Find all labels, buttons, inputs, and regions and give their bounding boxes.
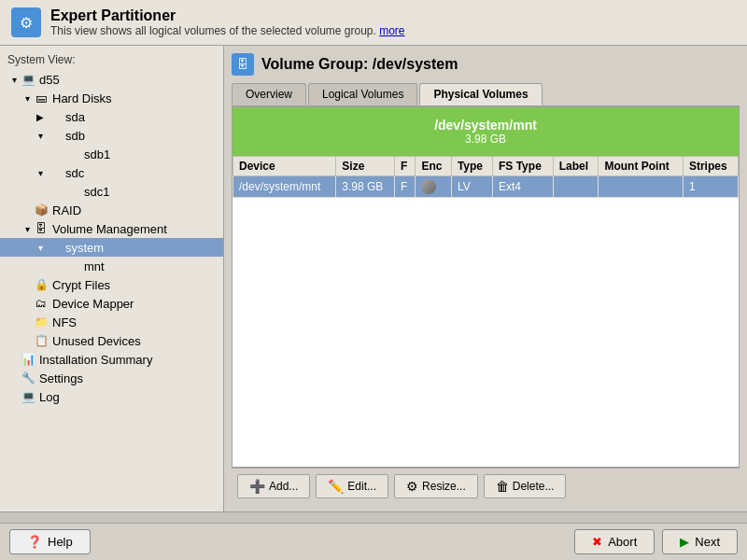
d55-label: d55: [39, 73, 60, 87]
sidebar-item-system[interactable]: ▾ system: [0, 238, 223, 257]
tab-logical-volumes[interactable]: Logical Volumes: [308, 83, 417, 105]
delete-button[interactable]: 🗑 Delete...: [484, 474, 567, 498]
tab-physical-volumes[interactable]: Physical Volumes: [419, 83, 542, 105]
col-mount-point: Mount Point: [599, 157, 684, 176]
sidebar-item-mnt[interactable]: mnt: [0, 257, 223, 275]
toggle-hard-disks[interactable]: ▾: [21, 93, 34, 104]
table-toolbar: ➕ Add... ✏️ Edit... ⚙ Resize... 🗑 Delete…: [232, 468, 740, 504]
col-label: Label: [553, 157, 599, 176]
sidebar-item-nfs[interactable]: 📁 NFS: [0, 313, 223, 331]
sidebar-item-d55[interactable]: ▾ 💻 d55: [0, 70, 223, 89]
volume-bar: /dev/system/mnt 3.98 GB: [233, 107, 739, 156]
sidebar-item-sdc1[interactable]: sdc1: [0, 182, 223, 201]
cell-mount-point: [599, 176, 684, 198]
edit-button[interactable]: ✏️ Edit...: [316, 474, 388, 498]
mnt-label: mnt: [84, 259, 105, 273]
tabs-container: Overview Logical Volumes Physical Volume…: [232, 83, 740, 106]
sidebar-item-sdc[interactable]: ▾ sdc: [0, 163, 223, 182]
system-icon: [47, 240, 62, 255]
hard-disks-icon: 🖴: [34, 91, 49, 105]
enc-icon: [421, 179, 436, 194]
sidebar-item-sdb[interactable]: ▾ sdb: [0, 126, 223, 145]
next-button[interactable]: ▶ Next: [662, 529, 738, 554]
add-button[interactable]: ➕ Add...: [237, 474, 310, 498]
sidebar-item-volume-mgmt[interactable]: ▾ 🗄 Volume Management: [0, 219, 223, 238]
col-device: Device: [233, 157, 336, 176]
volume-mgmt-icon: 🗄: [34, 221, 49, 236]
app-subtitle: This view shows all logical volumes of t…: [50, 24, 405, 37]
toggle-sdb[interactable]: ▾: [34, 131, 47, 141]
toggle-system[interactable]: ▾: [34, 243, 47, 253]
crypt-files-icon: 🔒: [34, 277, 49, 292]
toggle-volume-mgmt[interactable]: ▾: [21, 224, 34, 234]
add-icon: ➕: [249, 479, 265, 494]
footer: ❓ Help ✖ Abort ▶ Next: [0, 523, 747, 560]
d55-icon: 💻: [21, 72, 35, 87]
device-mapper-icon: 🗂: [34, 296, 49, 311]
sdc1-icon: [65, 184, 80, 199]
volume-bar-name: /dev/system/mnt: [240, 118, 731, 133]
tab-overview[interactable]: Overview: [232, 83, 306, 105]
sidebar-item-sdb1[interactable]: sdb1: [0, 145, 223, 163]
sidebar-item-crypt-files[interactable]: 🔒 Crypt Files: [0, 275, 223, 294]
unused-devices-icon: 📋: [34, 333, 49, 348]
header: ⚙ Expert Partitioner This view shows all…: [0, 0, 747, 46]
sdb1-icon: [65, 147, 80, 161]
col-enc: Enc: [416, 157, 452, 176]
settings-label: Settings: [39, 371, 83, 385]
resize-button[interactable]: ⚙ Resize...: [394, 474, 478, 498]
footer-right: ✖ Abort ▶ Next: [574, 529, 738, 554]
sdb1-label: sdb1: [84, 147, 110, 161]
sidebar-item-log[interactable]: 💻 Log: [0, 387, 223, 406]
nfs-label: NFS: [52, 315, 77, 329]
sda-icon: [47, 109, 62, 124]
toggle-sda[interactable]: ▶: [34, 112, 47, 122]
cell-label: [553, 176, 599, 198]
sda-label: sda: [65, 110, 85, 124]
sidebar-item-settings[interactable]: 🔧 Settings: [0, 369, 223, 387]
toggle-sdc[interactable]: ▾: [34, 168, 47, 178]
resize-icon: ⚙: [406, 479, 418, 494]
col-f: F: [395, 157, 416, 176]
sidebar-item-hard-disks[interactable]: ▾ 🖴 Hard Disks: [0, 89, 223, 107]
settings-icon: 🔧: [21, 371, 35, 385]
panel-title: Volume Group: /dev/system: [261, 56, 458, 73]
sidebar-item-unused-devices[interactable]: 📋 Unused Devices: [0, 331, 223, 350]
next-icon: ▶: [680, 535, 689, 549]
help-button[interactable]: ❓ Help: [9, 529, 91, 554]
sdc-icon: [47, 165, 62, 180]
cell-enc: [416, 176, 452, 198]
sidebar-item-device-mapper[interactable]: 🗂 Device Mapper: [0, 294, 223, 313]
sidebar: System View: ▾ 💻 d55 ▾ 🖴 Hard Disks ▶ sd…: [0, 46, 224, 511]
volume-mgmt-label: Volume Management: [52, 222, 167, 236]
sidebar-item-installation-summary[interactable]: 📊 Installation Summary: [0, 350, 223, 369]
volume-bar-size: 3.98 GB: [240, 133, 731, 146]
system-label: system: [65, 241, 104, 255]
sdc-label: sdc: [65, 166, 84, 180]
cell-stripes: 1: [683, 176, 738, 198]
main-content: System View: ▾ 💻 d55 ▾ 🖴 Hard Disks ▶ sd…: [0, 46, 747, 511]
cell-device: /dev/system/mnt: [233, 176, 336, 198]
abort-button[interactable]: ✖ Abort: [574, 529, 655, 554]
scrollbar-area[interactable]: [0, 511, 747, 523]
help-icon: ❓: [27, 535, 42, 549]
header-text: Expert Partitioner This view shows all l…: [50, 7, 405, 37]
sidebar-item-raid[interactable]: 📦 RAID: [0, 201, 223, 219]
col-fs-type: FS Type: [493, 157, 554, 176]
more-link[interactable]: more: [379, 24, 404, 37]
volumes-table: Device Size F Enc Type FS Type Label Mou…: [233, 156, 739, 198]
cell-type: LV: [451, 176, 492, 198]
device-mapper-label: Device Mapper: [52, 297, 134, 311]
table-row[interactable]: /dev/system/mnt 3.98 GB F LV Ext4 1: [233, 176, 739, 198]
panel-header: 🗄 Volume Group: /dev/system: [232, 53, 740, 76]
mnt-icon: [65, 259, 80, 273]
sdb-label: sdb: [65, 129, 85, 143]
toggle-d55[interactable]: ▾: [7, 75, 21, 85]
col-type: Type: [451, 157, 492, 176]
table-header-row: Device Size F Enc Type FS Type Label Mou…: [233, 157, 739, 176]
app-title: Expert Partitioner: [50, 7, 405, 24]
installation-summary-label: Installation Summary: [39, 353, 152, 367]
unused-devices-label: Unused Devices: [52, 334, 141, 348]
hard-disks-label: Hard Disks: [52, 91, 112, 105]
sidebar-item-sda[interactable]: ▶ sda: [0, 107, 223, 126]
